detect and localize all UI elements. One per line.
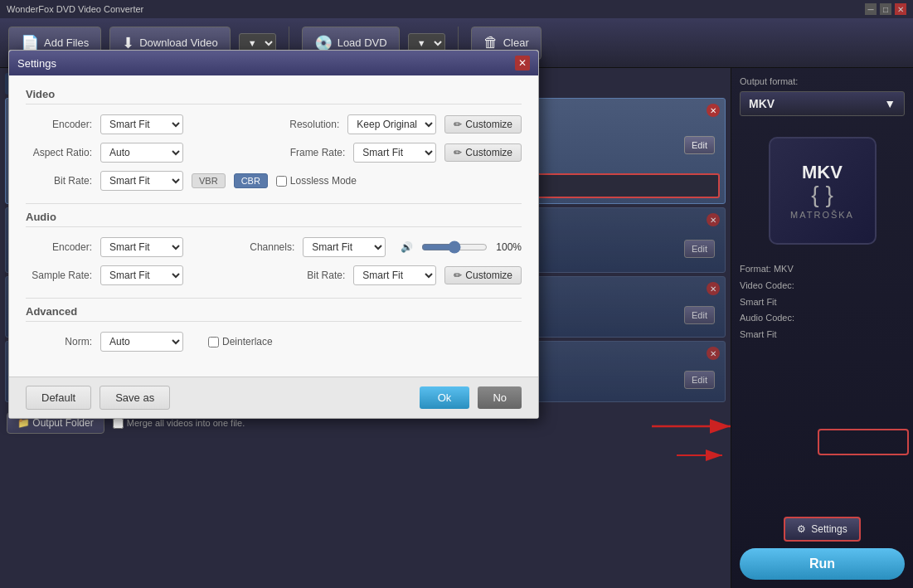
gear-icon: ⚙ bbox=[797, 523, 806, 535]
settings-label: Settings bbox=[811, 523, 847, 535]
resolution-label: Resolution: bbox=[273, 119, 339, 130]
edit-button-2[interactable]: Edit bbox=[684, 240, 715, 258]
format-info-video-value: Smart Fit bbox=[740, 294, 794, 311]
default-button[interactable]: Default bbox=[26, 386, 91, 410]
deinterlace-checkbox[interactable] bbox=[208, 337, 219, 347]
minimize-button[interactable]: ─ bbox=[865, 3, 877, 15]
run-label: Run bbox=[809, 556, 835, 571]
save-as-button[interactable]: Save as bbox=[100, 386, 170, 410]
video-section-title: Video bbox=[26, 88, 522, 104]
cbr-button[interactable]: CBR bbox=[234, 173, 268, 188]
aspect-ratio-row: Aspect Ratio: Auto Frame Rate: Smart Fit… bbox=[26, 143, 522, 163]
video-section: Video Encoder: Smart Fit Resolution: Kee… bbox=[26, 88, 522, 191]
format-info-audio-label: Audio Codec: bbox=[740, 310, 794, 327]
frame-rate-customize-button[interactable]: ✏ Customize bbox=[444, 143, 522, 162]
format-info-audio-value: Smart Fit bbox=[740, 327, 794, 343]
output-panel: Output format: MKV ▼ MKV { } MATROŠKA Fo… bbox=[731, 68, 913, 588]
norm-row: Norm: Auto Deinterlace bbox=[26, 332, 522, 352]
advanced-section: Advanced Norm: Auto Deinterlace bbox=[26, 305, 522, 352]
lossless-checkbox[interactable] bbox=[276, 176, 287, 187]
audio-encoder-label: Encoder: bbox=[26, 241, 92, 253]
audio-encoder-row: Encoder: Smart Fit Channels: Smart Fit 🔊… bbox=[26, 237, 522, 257]
audio-customize-button[interactable]: ✏ Customize bbox=[444, 266, 522, 284]
format-info: Format: MKV Video Codec: Smart Fit Audio… bbox=[740, 261, 794, 343]
download-video-label: Download Video bbox=[139, 36, 217, 49]
channels-select[interactable]: Smart Fit bbox=[303, 237, 386, 257]
clear-label: Clear bbox=[503, 36, 529, 49]
settings-body: Video Encoder: Smart Fit Resolution: Kee… bbox=[9, 75, 538, 377]
merge-label: Merge all videos into one file. bbox=[113, 418, 245, 429]
file-remove-3[interactable]: ✕ bbox=[707, 282, 720, 295]
mkv-braces: { } bbox=[811, 183, 833, 207]
sample-rate-select[interactable]: Smart Fit bbox=[100, 265, 183, 285]
aspect-ratio-label: Aspect Ratio: bbox=[26, 147, 92, 158]
settings-title-bar: Settings ✕ bbox=[9, 51, 538, 75]
audio-encoder-select[interactable]: Smart Fit bbox=[100, 237, 183, 257]
vbr-button[interactable]: VBR bbox=[192, 173, 226, 188]
audio-advanced-divider bbox=[26, 298, 522, 299]
format-dropdown-arrow: ▼ bbox=[884, 97, 896, 110]
video-audio-divider bbox=[26, 203, 522, 204]
settings-footer: Default Save as Ok No bbox=[9, 377, 538, 418]
format-info-video-label: Video Codec: bbox=[740, 278, 794, 294]
sample-rate-label: Sample Rate: bbox=[26, 270, 92, 281]
settings-button[interactable]: ⚙ Settings bbox=[784, 517, 860, 542]
title-bar: WonderFox DVD Video Converter ─ □ ✕ bbox=[0, 0, 913, 18]
customize-icon: ✏ bbox=[454, 119, 462, 130]
edit-button-1[interactable]: Edit bbox=[684, 136, 715, 154]
lossless-label: Lossless Mode bbox=[276, 175, 357, 187]
audio-bit-rate-label: Bit Rate: bbox=[279, 270, 345, 281]
maximize-button[interactable]: □ bbox=[880, 3, 891, 15]
edit-button-3[interactable]: Edit bbox=[684, 306, 715, 324]
volume-icon: 🔊 bbox=[401, 241, 413, 253]
file-remove-1[interactable]: ✕ bbox=[707, 104, 720, 117]
merge-checkbox[interactable] bbox=[113, 418, 124, 429]
frame-rate-select[interactable]: Smart Fit bbox=[353, 143, 436, 163]
volume-slider[interactable] bbox=[421, 241, 488, 254]
clear-icon: 🗑 bbox=[483, 34, 498, 51]
app-title: WonderFox DVD Video Converter bbox=[7, 4, 143, 14]
settings-close-button[interactable]: ✕ bbox=[515, 56, 530, 70]
norm-select[interactable]: Auto bbox=[100, 332, 183, 352]
file-remove-4[interactable]: ✕ bbox=[707, 347, 720, 360]
frame-rate-label: Frame Rate: bbox=[279, 147, 345, 158]
volume-percent: 100% bbox=[496, 241, 522, 253]
add-files-label: Add Files bbox=[44, 36, 89, 49]
close-button[interactable]: ✕ bbox=[895, 3, 906, 15]
mkv-icon: MKV { } MATROŠKA bbox=[769, 137, 877, 245]
deinterlace-label: Deinterlace bbox=[208, 336, 273, 347]
edit-button-4[interactable]: Edit bbox=[684, 371, 715, 389]
encoder-label: Encoder: bbox=[26, 119, 92, 130]
format-info-format: Format: MKV bbox=[740, 261, 794, 278]
output-format-selector[interactable]: MKV ▼ bbox=[740, 91, 905, 116]
settings-dialog-title: Settings bbox=[17, 57, 56, 70]
encoder-select[interactable]: Smart Fit bbox=[100, 114, 183, 134]
frame-rate-customize-icon: ✏ bbox=[454, 147, 462, 158]
channels-label: Channels: bbox=[228, 241, 294, 253]
resolution-customize-button[interactable]: ✏ Customize bbox=[444, 115, 522, 134]
mkv-icon-text: MKV bbox=[802, 162, 843, 183]
bit-rate-label: Bit Rate: bbox=[26, 175, 92, 187]
run-button[interactable]: Run bbox=[740, 548, 905, 580]
title-bar-controls: ─ □ ✕ bbox=[865, 3, 906, 15]
audio-bit-rate-select[interactable]: Smart Fit bbox=[353, 265, 436, 285]
audio-section: Audio Encoder: Smart Fit Channels: Smart… bbox=[26, 211, 522, 285]
bit-rate-row: Bit Rate: Smart Fit VBR CBR Lossless Mod… bbox=[26, 171, 522, 191]
audio-section-title: Audio bbox=[26, 211, 522, 227]
audio-sample-rate-row: Sample Rate: Smart Fit Bit Rate: Smart F… bbox=[26, 265, 522, 285]
bit-rate-select[interactable]: Smart Fit bbox=[100, 171, 183, 191]
settings-dialog: Settings ✕ Video Encoder: Smart Fit Reso… bbox=[8, 50, 539, 419]
resolution-select[interactable]: Keep Original bbox=[347, 114, 436, 134]
mkv-sub: MATROŠKA bbox=[790, 210, 854, 220]
advanced-section-title: Advanced bbox=[26, 305, 522, 322]
norm-label: Norm: bbox=[26, 336, 92, 347]
aspect-ratio-select[interactable]: Auto bbox=[100, 143, 183, 163]
output-format-value: MKV bbox=[749, 97, 775, 110]
load-dvd-label: Load DVD bbox=[338, 36, 387, 49]
ok-button[interactable]: Ok bbox=[420, 386, 470, 409]
encoder-row: Encoder: Smart Fit Resolution: Keep Orig… bbox=[26, 114, 522, 134]
output-format-label: Output format: bbox=[740, 76, 798, 86]
no-button[interactable]: No bbox=[478, 386, 522, 409]
file-remove-2[interactable]: ✕ bbox=[707, 213, 720, 226]
audio-customize-icon: ✏ bbox=[454, 270, 462, 281]
